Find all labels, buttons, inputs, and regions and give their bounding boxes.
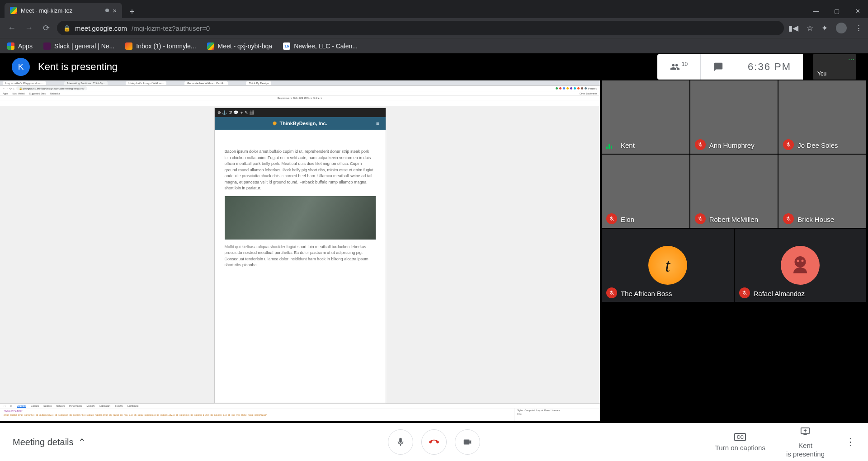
shared-tab: Think By Design bbox=[246, 81, 271, 85]
devtools-tab: Console bbox=[31, 405, 39, 408]
participant-name: Elon bbox=[621, 216, 634, 223]
participant-grid: Kent Ann Humphrey Jo Dee Soles Elon Robe… bbox=[602, 80, 866, 421]
captions-button[interactable]: CC Turn on captions bbox=[715, 433, 765, 452]
muted-icon bbox=[695, 213, 706, 224]
shared-bm-item: Other Bookmarks bbox=[580, 92, 597, 95]
profile-avatar[interactable] bbox=[836, 23, 847, 33]
shared-tab: Generate free Wildcard Certifi... bbox=[184, 81, 228, 85]
meeting-details-button[interactable]: Meeting details ⌃ bbox=[13, 437, 86, 447]
shared-url: playground.thinkbydesign.com/alternating… bbox=[23, 87, 84, 90]
speaking-indicator-icon bbox=[606, 144, 612, 149]
bookmark-label: Meet - qxj-oybt-bqa bbox=[218, 42, 273, 50]
more-options-button[interactable]: ⋮ bbox=[845, 436, 855, 448]
forward-button[interactable]: → bbox=[23, 24, 35, 33]
content-paragraph: Bacon ipsum dolor amet buffalo cupim id … bbox=[225, 149, 376, 192]
devtools-tab: Network bbox=[57, 405, 65, 408]
bookmark-label: Slack | general | Ne... bbox=[54, 42, 114, 50]
captions-icon: CC bbox=[734, 433, 746, 441]
camera-icon bbox=[462, 437, 472, 447]
mic-toggle-button[interactable] bbox=[388, 429, 413, 455]
tab-close-icon[interactable]: × bbox=[113, 7, 117, 14]
captions-label: Turn on captions bbox=[715, 444, 765, 452]
back-button[interactable]: ← bbox=[5, 24, 18, 33]
muted-icon bbox=[739, 287, 750, 298]
minimize-button[interactable]: — bbox=[806, 4, 826, 18]
mic-icon bbox=[396, 437, 406, 447]
present-icon bbox=[800, 426, 810, 439]
breadcrumb-path: div.et_builder_inner_content.et_pb_gutte… bbox=[0, 413, 600, 417]
svg-point-1 bbox=[797, 260, 799, 262]
bookmark-calendar[interactable]: 16Newlee, LLC - Calen... bbox=[283, 42, 358, 50]
content-image bbox=[225, 196, 376, 240]
omnibox[interactable]: 🔒 meet.google.com/mqi-kizm-tez?authuser=… bbox=[57, 21, 784, 35]
devtools-panel: ⬚⊡ Elements Console Sources Network Perf… bbox=[0, 403, 600, 421]
close-window-button[interactable]: ✕ bbox=[847, 4, 868, 18]
shared-tab-active: Alternating Sections | ThinkBy... bbox=[64, 81, 108, 85]
devtools-tab: Security bbox=[115, 405, 123, 408]
shared-bm-item: Most Visited bbox=[12, 92, 24, 95]
participant-name: Ann Humphrey bbox=[709, 141, 755, 149]
bookmark-meet[interactable]: Meet - qxj-oybt-bqa bbox=[207, 42, 273, 50]
present-label-line2: is presenting bbox=[786, 450, 825, 458]
apps-shortcut[interactable]: Apps bbox=[7, 42, 33, 50]
chrome-menu-icon[interactable]: ⋮ bbox=[855, 24, 863, 33]
present-now-button[interactable]: Kent is presenting bbox=[786, 426, 825, 458]
participant-tile[interactable]: Brick House bbox=[778, 155, 866, 228]
participant-avatar bbox=[781, 246, 820, 285]
apps-label: Apps bbox=[18, 42, 33, 50]
meet-bottom-bar: Meeting details ⌃ CC Turn on captions Ke… bbox=[0, 423, 868, 461]
participant-name: The African Boss bbox=[621, 290, 672, 297]
browser-tab[interactable]: Meet - mqi-kizm-tez × bbox=[5, 3, 122, 18]
responsive-toolbar: Responsive ▼ 768 × 809 100% ▼ Online ▼ bbox=[0, 96, 600, 100]
new-tab-button[interactable]: + bbox=[126, 5, 138, 18]
chat-icon bbox=[713, 62, 723, 72]
chevron-up-icon: ⌃ bbox=[78, 437, 86, 447]
apps-icon bbox=[7, 42, 14, 50]
self-view-tile[interactable]: You ⋯ bbox=[813, 54, 856, 80]
bookmark-star-icon[interactable]: ☆ bbox=[807, 24, 813, 33]
bookmark-label: Newlee, LLC - Calen... bbox=[294, 42, 358, 50]
participant-tile[interactable]: t The African Boss bbox=[602, 229, 734, 302]
self-view-more-icon[interactable]: ⋯ bbox=[848, 56, 854, 63]
shared-bookmarks: Apps Most Visited Suggested Sites Nebras… bbox=[0, 91, 600, 96]
dev-viewport: ⊕ ⚓ ⏱ 💬 ＋ ✎ ▦ ✺ThinkByDesign, Inc.≡ Baco… bbox=[0, 106, 600, 403]
bookmark-gmail[interactable]: Inbox (1) - tommyle... bbox=[125, 42, 196, 50]
participant-tile[interactable]: Jo Dee Soles bbox=[778, 80, 866, 154]
shared-bm-item: Suggested Sites bbox=[29, 92, 46, 95]
extensions-icon[interactable]: ✦ bbox=[821, 24, 828, 33]
shared-addrbar: ← → ⟳ ⌂ 🔒 playground.thinkbydesign.com/a… bbox=[0, 86, 600, 91]
bookmark-slack[interactable]: Slack | general | Ne... bbox=[43, 42, 114, 50]
meeting-details-label: Meeting details bbox=[13, 437, 74, 447]
url-host: meet.google.com bbox=[75, 24, 127, 32]
shared-tab: Using Let's Encrypt Wildcar... bbox=[126, 81, 166, 85]
participant-tile[interactable]: Ann Humphrey bbox=[690, 80, 778, 154]
tab-title: Meet - mqi-kizm-tez bbox=[21, 7, 72, 14]
devtools-tab: Memory bbox=[87, 405, 95, 408]
participant-avatar: t bbox=[648, 246, 687, 285]
bookmark-label: Inbox (1) - tommyle... bbox=[136, 42, 196, 50]
maximize-button[interactable]: ▢ bbox=[826, 4, 847, 18]
meet-header: K Kent is presenting 10 6:36 PM You ⋯ bbox=[0, 53, 868, 80]
shared-bm-item: Nebraska bbox=[50, 92, 60, 95]
devtools-tab: Lighthouse bbox=[127, 405, 138, 408]
participant-tile[interactable]: Rafael Almandoz bbox=[735, 229, 867, 302]
mobile-preview: ⊕ ⚓ ⏱ 💬 ＋ ✎ ▦ ✺ThinkByDesign, Inc.≡ Baco… bbox=[214, 108, 386, 403]
header-panel: 10 6:36 PM bbox=[657, 54, 803, 80]
people-button[interactable]: 10 bbox=[657, 54, 700, 80]
chat-button[interactable] bbox=[700, 54, 736, 80]
muted-icon bbox=[783, 213, 794, 224]
shared-screen: Log In ‹ Alex's Playground — ... Alterna… bbox=[0, 80, 600, 421]
camera-permission-icon[interactable]: ▮◀ bbox=[788, 24, 798, 33]
presenting-banner: Kent is presenting bbox=[38, 61, 118, 73]
participant-tile[interactable]: Kent bbox=[602, 80, 689, 154]
meet-icon bbox=[207, 42, 214, 50]
leave-call-button[interactable] bbox=[421, 429, 447, 455]
camera-toggle-button[interactable] bbox=[455, 429, 480, 455]
reload-button[interactable]: ⟳ bbox=[40, 23, 52, 33]
content-paragraph: Mollit qui kielbasa aliqua shoulder fugi… bbox=[225, 244, 376, 268]
participant-tile[interactable]: Elon bbox=[602, 155, 689, 228]
site-title: ThinkByDesign, Inc. bbox=[279, 121, 327, 126]
participant-tile[interactable]: Robert McMillen bbox=[690, 155, 778, 228]
clock: 6:36 PM bbox=[736, 61, 803, 73]
shared-tab: Log In ‹ Alex's Playground — ... bbox=[3, 81, 46, 85]
